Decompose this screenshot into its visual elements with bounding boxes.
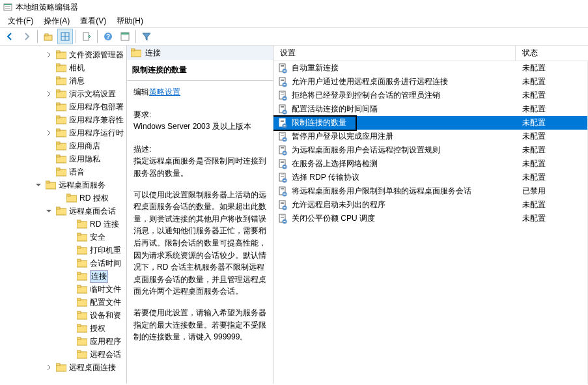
svg-rect-51 bbox=[77, 285, 81, 287]
properties-button[interactable] bbox=[117, 29, 133, 44]
tree-toggle-icon[interactable] bbox=[46, 51, 56, 58]
toolbar-separator bbox=[76, 30, 76, 43]
policy-name: 为远程桌面服务用户会话远程控制设置规则 bbox=[292, 145, 440, 156]
tree-item-label: 安全 bbox=[90, 232, 105, 243]
tree-item[interactable]: 临时文件 bbox=[0, 283, 126, 296]
view-mode-button[interactable] bbox=[57, 29, 73, 44]
list-row[interactable]: 允许用户通过使用远程桌面服务进行远程连接未配置 bbox=[273, 75, 587, 89]
svg-rect-117 bbox=[281, 202, 284, 203]
nav-forward-button[interactable] bbox=[19, 29, 35, 44]
tree-item-label: 远程桌面服务 bbox=[59, 180, 105, 191]
menubar: 文件(F) 操作(A) 查看(V) 帮助(H) bbox=[0, 14, 588, 27]
svg-rect-122 bbox=[281, 216, 284, 216]
tree-item[interactable]: 配置文件 bbox=[0, 296, 126, 309]
list-row[interactable]: 关闭公平份额 CPU 调度未配置 bbox=[273, 212, 587, 225]
help-button[interactable]: ? bbox=[100, 29, 116, 44]
tree-item[interactable]: 授权 bbox=[0, 322, 126, 335]
svg-rect-53 bbox=[77, 298, 81, 300]
tree-item-label: 应用程序包部署 bbox=[69, 102, 124, 113]
tree-item[interactable]: 应用商店 bbox=[0, 139, 126, 152]
tree-item[interactable]: 语音 bbox=[0, 165, 126, 178]
list-row[interactable]: 为远程桌面服务用户会话远程控制设置规则未配置 bbox=[273, 143, 587, 157]
tree-toggle-icon[interactable] bbox=[46, 208, 56, 214]
list-row[interactable]: 将远程桌面服务用户限制到单独的远程桌面服务会话已禁用 bbox=[273, 184, 587, 198]
tree-item[interactable]: 远程会话 bbox=[0, 348, 126, 361]
tree-item-label: 授权 bbox=[90, 323, 105, 334]
menu-file[interactable]: 文件(F) bbox=[3, 14, 38, 28]
tree-item[interactable]: 安全 bbox=[0, 231, 126, 244]
policy-state: 未配置 bbox=[516, 104, 587, 115]
svg-rect-37 bbox=[66, 194, 70, 196]
menu-help[interactable]: 帮助(H) bbox=[111, 14, 148, 28]
tree-item-label: 远程会话 bbox=[90, 349, 121, 360]
tree-item[interactable]: 演示文稿设置 bbox=[0, 87, 126, 100]
list-body[interactable]: 自动重新连接未配置允许用户通过使用远程桌面服务进行远程连接未配置拒绝将已经登录到… bbox=[273, 61, 588, 384]
tree-item[interactable]: 设备和资 bbox=[0, 309, 126, 322]
menu-action[interactable]: 操作(A) bbox=[38, 14, 75, 28]
svg-rect-68 bbox=[281, 66, 284, 67]
description-text-1: 指定远程桌面服务是否限制同时连接到服务器的数量。 bbox=[133, 155, 266, 179]
tree-item[interactable]: 相机 bbox=[0, 61, 126, 74]
list-row[interactable]: 拒绝将已经登录到控制台会话的管理员注销未配置 bbox=[273, 89, 587, 102]
tree-item[interactable]: 消息 bbox=[0, 74, 126, 87]
folder-icon bbox=[131, 48, 141, 57]
up-button[interactable] bbox=[40, 29, 56, 44]
filter-button[interactable] bbox=[139, 29, 154, 44]
tree-item[interactable]: 应用隐私 bbox=[0, 152, 126, 165]
tree-item[interactable]: 应用程序 bbox=[0, 335, 126, 348]
tree-item[interactable]: 连接 bbox=[0, 270, 126, 283]
tree-item-label: 会话时间 bbox=[90, 258, 121, 269]
list-row[interactable]: 选择 RDP 传输协议未配置 bbox=[273, 171, 587, 184]
column-state[interactable]: 状态 bbox=[516, 48, 588, 59]
details-header: 连接 bbox=[127, 46, 273, 60]
tree-toggle-icon[interactable] bbox=[46, 130, 56, 136]
main-area: 文件资源管理器相机消息演示文稿设置应用程序包部署应用程序兼容性应用程序运行时应用… bbox=[0, 46, 588, 384]
svg-rect-17 bbox=[56, 64, 60, 66]
policy-state: 未配置 bbox=[516, 117, 587, 128]
tree-item[interactable]: 应用程序包部署 bbox=[0, 100, 126, 113]
menu-view[interactable]: 查看(V) bbox=[75, 14, 111, 28]
svg-rect-35 bbox=[46, 181, 49, 183]
tree-item[interactable]: 远程桌面会话 bbox=[0, 205, 126, 218]
list-row[interactable]: 配置活动连接的时间间隔未配置 bbox=[273, 102, 587, 116]
svg-rect-92 bbox=[281, 134, 284, 134]
tree-item[interactable]: 应用程序兼容性 bbox=[0, 113, 126, 126]
svg-rect-3 bbox=[5, 8, 10, 8]
svg-rect-25 bbox=[56, 116, 60, 118]
svg-rect-57 bbox=[77, 324, 81, 326]
list-row[interactable]: 限制连接的数量未配置 bbox=[273, 116, 587, 130]
tree-item[interactable]: 打印机重 bbox=[0, 244, 126, 257]
svg-rect-72 bbox=[281, 79, 284, 79]
tree-toggle-icon[interactable] bbox=[46, 91, 56, 97]
nav-back-button[interactable] bbox=[2, 29, 18, 44]
policy-state: 未配置 bbox=[516, 63, 587, 74]
svg-rect-88 bbox=[281, 121, 284, 122]
tree-item[interactable]: 远程桌面连接 bbox=[0, 361, 126, 374]
tree-item[interactable]: 远程桌面服务 bbox=[0, 178, 126, 192]
list-row[interactable]: 暂停用户登录以完成应用注册未配置 bbox=[273, 130, 587, 143]
list-row[interactable]: 允许远程启动未列出的程序未配置 bbox=[273, 198, 587, 212]
app-icon bbox=[3, 2, 13, 12]
edit-label: 编辑 bbox=[133, 87, 149, 96]
policy-name: 暂停用户登录以完成应用注册 bbox=[292, 131, 393, 142]
tree-panel[interactable]: 文件资源管理器相机消息演示文稿设置应用程序包部署应用程序兼容性应用程序运行时应用… bbox=[0, 46, 127, 384]
tree-item[interactable]: RD 授权 bbox=[0, 192, 126, 205]
svg-rect-21 bbox=[56, 90, 60, 92]
svg-rect-41 bbox=[77, 220, 81, 222]
tree-item[interactable]: 文件资源管理器 bbox=[0, 48, 126, 61]
tree-item[interactable]: RD 连接 bbox=[0, 218, 126, 231]
tree-toggle-icon[interactable] bbox=[35, 182, 46, 188]
export-button[interactable] bbox=[79, 29, 94, 44]
column-setting[interactable]: 设置 bbox=[273, 46, 516, 61]
list-row[interactable]: 在服务器上选择网络检测未配置 bbox=[273, 157, 587, 171]
tree-item[interactable]: 应用程序运行时 bbox=[0, 126, 126, 139]
svg-rect-9 bbox=[83, 33, 89, 40]
tree-item-label: 应用程序运行时 bbox=[69, 128, 124, 139]
tree-item[interactable]: 会话时间 bbox=[0, 257, 126, 270]
edit-policy-link[interactable]: 策略设置 bbox=[149, 87, 180, 96]
description-label: 描述: bbox=[133, 143, 266, 156]
tree-item-label: 语音 bbox=[69, 167, 85, 178]
tree-toggle-icon[interactable] bbox=[46, 364, 56, 371]
list-row[interactable]: 自动重新连接未配置 bbox=[273, 61, 587, 75]
svg-rect-95 bbox=[284, 139, 286, 140]
